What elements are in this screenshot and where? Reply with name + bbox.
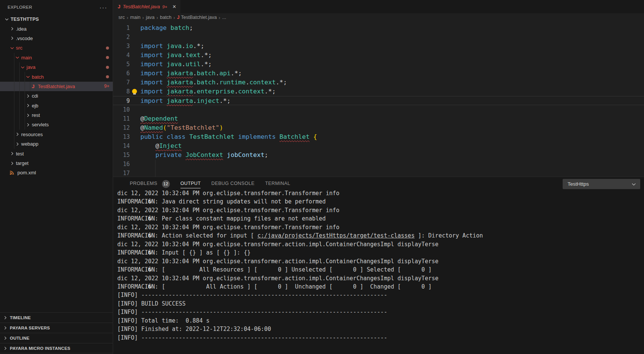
code-editor[interactable]: 1package batch;23import java.io.*;4impor… [113, 22, 644, 177]
indent-guide [14, 139, 14, 149]
section-label: PAYARA SERVERS [10, 326, 50, 330]
tree-item-testbatchlet-java[interactable]: JTestBatchlet.java9+ [0, 82, 113, 91]
tree-item-label: .idea [16, 26, 26, 32]
file-path-link[interactable]: c:/java/projects/TestHttps/target/test-c… [257, 232, 414, 239]
lightbulb-icon[interactable] [132, 89, 137, 94]
tree-item-cdi[interactable]: cdi [0, 91, 113, 101]
code-line-text: import java.util.*; [130, 60, 212, 69]
tree-item-label: rest [32, 112, 40, 118]
tree-item-label: TESTHTTPS [11, 17, 39, 22]
code-line-3: 3import java.io.*; [113, 42, 644, 51]
file-tree: TESTHTTPS.idea.vscodesrcmainjavabatchJTe… [0, 14, 113, 178]
tree-item-resources[interactable]: resources [0, 130, 113, 139]
output-channel-select[interactable]: TestHttps [563, 179, 640, 189]
line-number: 5 [113, 60, 130, 69]
more-actions-icon[interactable]: ··· [100, 4, 107, 11]
code-line-text: private JobContext jobContext; [130, 151, 268, 160]
tree-item-label: src [16, 45, 22, 51]
code-line-12: 12@Named("TestBatchlet") [113, 123, 644, 132]
close-icon[interactable]: × [173, 4, 176, 10]
tab-title: TestBatchlet.java [123, 4, 160, 9]
tree-item-label: servlets [32, 122, 49, 127]
console-line: INFORMACI�N: Java direct string updates … [117, 197, 644, 206]
modified-dot-indicator [106, 47, 109, 50]
chevron-down-icon [9, 45, 15, 51]
indent-guide [19, 110, 20, 120]
code-line-text [130, 160, 156, 169]
section-payara-micro-instances[interactable]: PAYARA MICRO INSTANCES [0, 343, 113, 353]
problems-count-badge: 9+ [104, 84, 109, 89]
explorer-header: EXPLORER ··· [0, 0, 113, 14]
breadcrumb-item[interactable]: main [130, 15, 140, 20]
console-line: dic 12, 2022 10:32:04 PM org.eclipse.tra… [117, 240, 644, 248]
chevron-right-icon [9, 160, 15, 166]
tree-item-main[interactable]: main [0, 53, 113, 62]
tree-item-label: target [16, 160, 28, 166]
chevron-right-icon [14, 141, 20, 147]
indent-guide [25, 120, 25, 129]
breadcrumb-item[interactable]: java [146, 15, 154, 20]
code-line-11: 11@Dependent [113, 114, 644, 123]
output-console[interactable]: dic 12, 2022 10:32:04 PM org.eclipse.tra… [113, 189, 644, 354]
indent-guide [14, 82, 14, 91]
tree-item-label: webapp [21, 141, 39, 147]
console-line: dic 12, 2022 10:32:04 PM org.eclipse.tra… [117, 257, 644, 266]
tree-item-rest[interactable]: rest [0, 110, 113, 120]
indent-guide [25, 101, 25, 110]
tree-item-webapp[interactable]: webapp [0, 139, 113, 149]
code-line-2: 2 [113, 33, 644, 42]
panel-tab-terminal[interactable]: TERMINAL [265, 179, 290, 188]
chevron-right-icon [25, 102, 31, 109]
tree-item-target[interactable]: target [0, 158, 113, 168]
panel-tab-debug-console[interactable]: DEBUG CONSOLE [211, 179, 254, 188]
line-number: 6 [113, 69, 130, 78]
console-line: [INFO] Total time: 0.884 s [117, 317, 644, 325]
panel-tab-problems[interactable]: PROBLEMS12 [130, 179, 170, 188]
tab-testbatchlet-java[interactable]: J TestBatchlet.java 9+ × [113, 0, 180, 13]
breadcrumb-item[interactable]: batch [160, 15, 172, 20]
code-line-1: 1package batch; [113, 23, 644, 33]
chevron-down-icon [20, 64, 26, 70]
console-line: INFORMACI�N: Action selected for input [… [117, 231, 644, 240]
tree-item-label: main [21, 55, 32, 61]
code-line-text: import jakarta.batch.api.*; [130, 69, 242, 78]
tree-item-label: ejb [32, 103, 38, 109]
tree-item-pom-xml[interactable]: pom.xml [0, 168, 113, 177]
output-channel-value: TestHttps [568, 181, 589, 187]
java-file-icon: J [30, 84, 36, 89]
tree-item-ejb[interactable]: ejb [0, 101, 113, 110]
breadcrumb-item[interactable]: TestBatchlet.java [181, 15, 217, 20]
section-label: PAYARA MICRO INSTANCES [10, 346, 70, 351]
indent-guide [155, 169, 156, 177]
tree-item--idea[interactable]: .idea [0, 24, 113, 33]
line-number: 10 [113, 105, 130, 114]
section-payara-servers[interactable]: PAYARA SERVERS [0, 323, 113, 333]
tree-item-testhttps[interactable]: TESTHTTPS [0, 14, 113, 24]
code-line-9: 9import jakarta.inject.*; [113, 96, 644, 105]
tree-item-java[interactable]: java [0, 62, 113, 72]
panel-tabs: PROBLEMS12OUTPUTDEBUG CONSOLETERMINAL [130, 179, 290, 188]
code-line-15: 15 private JobContext jobContext; [113, 151, 644, 160]
section-timeline[interactable]: TIMELINE [0, 312, 113, 323]
modified-dot-indicator [106, 75, 109, 78]
tree-item-src[interactable]: src [0, 43, 113, 53]
breadcrumb-item[interactable]: src [118, 15, 125, 20]
breadcrumb-separator: › [142, 15, 144, 20]
code-line-17: 17 [113, 169, 644, 177]
indent-guide [14, 91, 14, 101]
modified-dot-indicator [106, 66, 109, 69]
section-outline[interactable]: OUTLINE [0, 333, 113, 343]
tree-item--vscode[interactable]: .vscode [0, 34, 113, 43]
tree-item-label: TestBatchlet.java [38, 84, 75, 89]
code-line-text: @Named("TestBatchlet") [130, 123, 223, 132]
breadcrumb: src›main›java›batch›JTestBatchlet.java›.… [113, 13, 644, 22]
tree-item-batch[interactable]: batch [0, 72, 113, 81]
breadcrumb-item[interactable]: ... [222, 15, 226, 20]
tree-item-servlets[interactable]: servlets [0, 120, 113, 129]
panel-tab-output[interactable]: OUTPUT [180, 179, 201, 188]
chevron-right-icon [2, 345, 8, 351]
line-number: 2 [113, 33, 130, 42]
code-line-text: import java.text.*; [130, 51, 212, 60]
tree-item-test[interactable]: test [0, 149, 113, 158]
code-line-text: import java.io.*; [130, 42, 204, 51]
